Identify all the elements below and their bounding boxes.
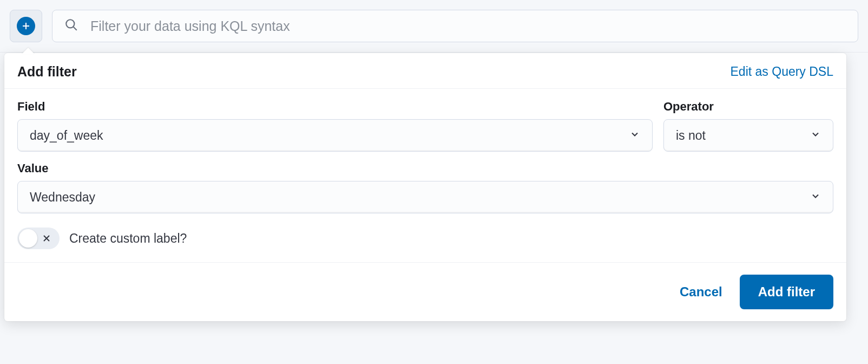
add-filter-button[interactable] — [10, 10, 42, 42]
chevron-down-icon — [810, 191, 821, 204]
close-icon — [42, 234, 51, 243]
cancel-button[interactable]: Cancel — [680, 284, 722, 300]
add-filter-submit-button[interactable]: Add filter — [740, 275, 833, 309]
operator-select-value: is not — [676, 128, 706, 143]
kql-search-input[interactable] — [90, 18, 846, 34]
query-bar — [0, 0, 868, 53]
search-icon — [64, 18, 78, 34]
popover-title: Add filter — [17, 64, 77, 80]
popover-arrow — [22, 48, 35, 54]
value-label: Value — [17, 161, 833, 176]
svg-point-0 — [66, 20, 74, 28]
edit-query-dsl-link[interactable]: Edit as Query DSL — [731, 64, 833, 79]
chevron-down-icon — [810, 129, 821, 142]
popover-footer: Cancel Add filter — [4, 262, 846, 321]
custom-label-toggle[interactable] — [17, 227, 60, 249]
kql-search-container[interactable] — [52, 10, 858, 42]
chevron-down-icon — [629, 129, 640, 142]
popover-header: Add filter Edit as Query DSL — [4, 53, 846, 89]
value-select[interactable]: Wednesday — [17, 181, 833, 213]
field-select[interactable]: day_of_week — [17, 119, 653, 152]
custom-label-toggle-label: Create custom label? — [69, 231, 187, 246]
operator-label: Operator — [663, 100, 833, 114]
plus-icon — [17, 17, 35, 35]
value-select-value: Wednesday — [30, 190, 95, 205]
toggle-knob — [19, 229, 37, 248]
operator-select[interactable]: is not — [663, 119, 833, 152]
add-filter-popover: Add filter Edit as Query DSL Field day_o… — [4, 53, 846, 321]
field-label: Field — [17, 100, 653, 114]
field-select-value: day_of_week — [30, 128, 103, 143]
